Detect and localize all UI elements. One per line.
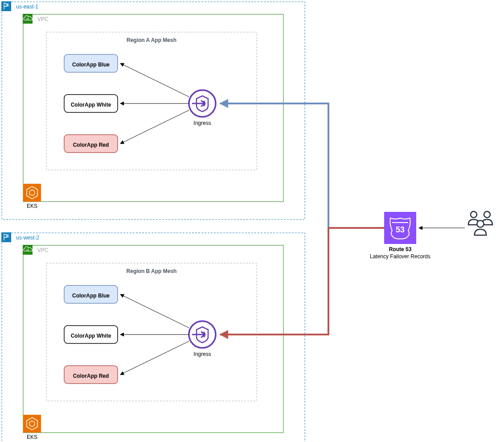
mesh-title: Region B App Mesh — [127, 268, 177, 274]
route53-subtitle: Latency Failover Records — [370, 253, 430, 260]
route53-title: Route 53 — [389, 246, 412, 252]
architecture-diagram: us-east-1VPCRegion A App MeshColorApp Bl… — [0, 0, 504, 442]
app-label: ColorApp Blue — [72, 62, 110, 68]
region-label: us-west-2 — [16, 235, 39, 241]
svg-point-6 — [471, 211, 477, 218]
svg-point-7 — [484, 211, 490, 218]
region-us-west-2 — [2, 233, 305, 442]
route-red — [220, 228, 384, 335]
eks-label: EKS — [27, 434, 37, 440]
app-label: ColorApp Red — [73, 373, 109, 379]
app-label: ColorApp White — [71, 102, 111, 108]
vpc-label: VPC — [37, 247, 49, 253]
region-label: us-east-1 — [16, 4, 38, 10]
svg-point-8 — [477, 220, 484, 227]
mesh-title: Region A App Mesh — [127, 37, 176, 43]
svg-text:53: 53 — [396, 225, 405, 234]
app-label: ColorApp Red — [73, 142, 109, 148]
region-us-east-1 — [2, 2, 305, 219]
app-label: ColorApp White — [71, 333, 111, 339]
vpc-label: VPC — [37, 16, 49, 22]
eks-label: EKS — [27, 203, 37, 209]
app-label: ColorApp Blue — [72, 293, 110, 299]
users-icon — [468, 211, 492, 235]
vpc-icon — [23, 245, 33, 255]
ingress-label: Ingress — [193, 351, 211, 357]
route-blue — [220, 103, 328, 228]
vpc-icon — [23, 14, 33, 24]
ingress-label: Ingress — [193, 120, 211, 126]
